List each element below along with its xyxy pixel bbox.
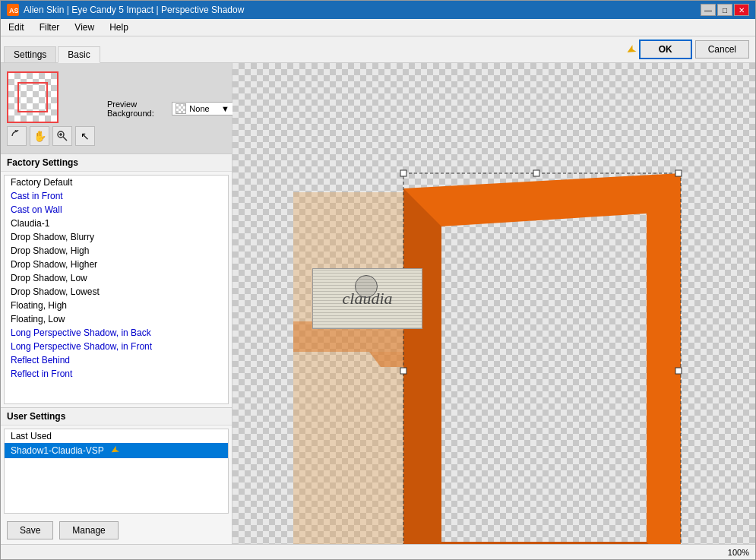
- factory-settings-header: Factory Settings: [1, 154, 232, 172]
- list-item[interactable]: Drop Shadow, Lowest: [5, 285, 228, 299]
- user-settings-section: User Settings Last Used Shadow1-Claudia-…: [1, 407, 232, 544]
- claudia-watermark: claudia: [312, 268, 422, 329]
- list-item[interactable]: Floating, Low: [5, 312, 228, 326]
- maximize-button[interactable]: □: [717, 4, 732, 16]
- main-content: ✋ ↖ Preview: [1, 63, 755, 544]
- list-item[interactable]: Reflect Behind: [5, 353, 228, 367]
- zoom-level: 100%: [728, 548, 749, 557]
- rotate-tool[interactable]: [7, 126, 27, 146]
- ok-cursor-icon: ➤: [623, 41, 639, 59]
- user-settings-header: User Settings: [1, 408, 232, 426]
- last-used-item[interactable]: Last Used: [5, 429, 228, 443]
- globe-icon: [355, 275, 378, 298]
- list-item[interactable]: Claudia-1: [5, 217, 228, 230]
- minimize-button[interactable]: —: [701, 4, 716, 16]
- list-item[interactable]: Cast in Front: [5, 189, 228, 203]
- list-item[interactable]: Floating, High: [5, 299, 228, 312]
- menu-bar: Edit Filter View Help: [1, 19, 755, 36]
- preview-bg-label: Preview Background:: [107, 100, 169, 118]
- list-item[interactable]: Drop Shadow, Higher: [5, 258, 228, 271]
- preview-bg-arrow: ▼: [221, 104, 229, 113]
- handle-tr[interactable]: [675, 170, 682, 176]
- list-item[interactable]: Drop Shadow, High: [5, 244, 228, 258]
- tab-basic[interactable]: Basic: [58, 46, 100, 63]
- tab-settings[interactable]: Settings: [4, 46, 56, 62]
- menu-help[interactable]: Help: [105, 21, 133, 34]
- menu-filter[interactable]: Filter: [35, 21, 65, 34]
- save-button[interactable]: Save: [7, 521, 53, 539]
- frame-left-edge: [403, 188, 441, 544]
- right-panel: claudia: [232, 63, 755, 544]
- frame-inner-hole: [441, 214, 647, 542]
- cancel-button[interactable]: Cancel: [695, 40, 749, 59]
- list-item[interactable]: Factory Default: [5, 176, 228, 189]
- ok-button[interactable]: OK: [639, 40, 692, 59]
- menu-view[interactable]: View: [70, 21, 99, 34]
- bottom-buttons: Save Manage: [1, 517, 232, 544]
- left-panel: ✋ ↖ Preview: [1, 63, 232, 544]
- preview-canvas: [232, 63, 755, 544]
- title-bar: AS Alien Skin | Eye Candy 5 Impact | Per…: [1, 1, 755, 19]
- preview-bg-dropdown[interactable]: None ▼: [172, 102, 232, 115]
- handle-ml[interactable]: [400, 368, 406, 374]
- preview-thumbnail: [7, 71, 59, 123]
- manage-button[interactable]: Manage: [59, 521, 118, 539]
- preview-bg-value: None: [189, 104, 221, 113]
- zoom-tool[interactable]: [52, 126, 72, 146]
- status-bar: 100%: [1, 544, 755, 559]
- handle-tm[interactable]: [533, 170, 539, 176]
- frame-bottom-edge: [403, 542, 681, 544]
- svg-line-3: [63, 137, 67, 141]
- main-window: AS Alien Skin | Eye Candy 5 Impact | Per…: [0, 0, 756, 560]
- shadow1-item[interactable]: Shadow1-Claudia-VSP ➤: [5, 443, 228, 458]
- close-button[interactable]: ✕: [734, 4, 749, 16]
- list-item[interactable]: Long Perspective Shadow, in Front: [5, 340, 228, 353]
- list-item[interactable]: Reflect in Front: [5, 367, 228, 381]
- factory-settings-list[interactable]: Factory Default Cast in Front Cast on Wa…: [4, 175, 229, 404]
- pan-tool[interactable]: ✋: [30, 126, 49, 146]
- tabs-bar: Settings Basic: [1, 36, 620, 62]
- selected-item-label: Shadow1-Claudia-VSP: [11, 445, 104, 456]
- handle-tl[interactable]: [400, 170, 406, 176]
- list-item[interactable]: Long Perspective Shadow, in Back: [5, 326, 228, 340]
- list-item[interactable]: Cast on Wall: [5, 203, 228, 217]
- factory-settings-section: Factory Settings Factory Default Cast in…: [1, 154, 232, 407]
- app-icon: AS: [7, 4, 19, 16]
- item-cursor-icon: ➤: [108, 443, 122, 458]
- arrow-tool[interactable]: ↖: [75, 126, 95, 146]
- toolbar-icons: ✋ ↖: [7, 126, 95, 146]
- svg-text:AS: AS: [9, 7, 18, 14]
- menu-edit[interactable]: Edit: [4, 21, 29, 34]
- preview-area: ✋ ↖ Preview: [1, 63, 232, 154]
- preview-bg-swatch: [176, 103, 186, 114]
- handle-mr[interactable]: [675, 368, 682, 374]
- list-item[interactable]: Drop Shadow, Low: [5, 271, 228, 285]
- list-item[interactable]: Drop Shadow, Blurry: [5, 230, 228, 244]
- user-settings-list[interactable]: Last Used Shadow1-Claudia-VSP ➤: [4, 429, 229, 514]
- window-title: Alien Skin | Eye Candy 5 Impact | Perspe…: [24, 5, 244, 15]
